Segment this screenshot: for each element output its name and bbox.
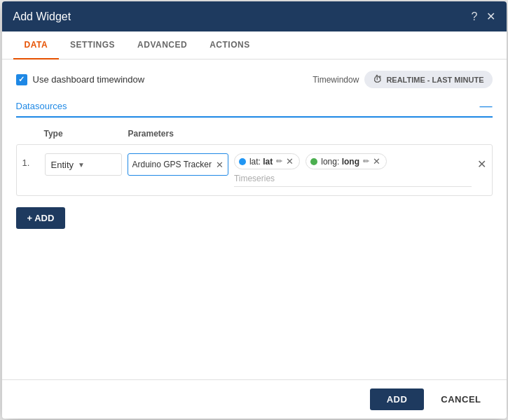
header-actions: ? ✕ <box>472 10 495 23</box>
timewindow-label: Timewindow <box>313 75 359 85</box>
dialog-body: Use dashboard timewindow Timewindow ⏱ RE… <box>2 59 507 379</box>
entity-chip-close-icon[interactable]: ✕ <box>216 160 224 170</box>
tag-long-label: long: long <box>321 157 359 167</box>
tab-settings[interactable]: SETTINGS <box>59 31 126 59</box>
tag-lat-remove-icon[interactable]: ✕ <box>286 156 294 167</box>
tag-lat: lat: lat ✏ ✕ <box>234 153 300 169</box>
add-widget-button[interactable]: ADD <box>370 388 425 410</box>
timewindow-badge[interactable]: ⏱ REALTIME - LAST MINUTE <box>364 71 492 88</box>
close-icon[interactable]: ✕ <box>486 10 495 23</box>
table-header: Type Parameters <box>16 126 493 144</box>
tags-row: lat: lat ✏ ✕ long: long ✏ ✕ <box>234 153 472 169</box>
entity-value-text: Arduino GPS Tracker <box>132 160 212 169</box>
datasources-section: Datasources — Type Parameters 1. Entity … <box>16 99 493 196</box>
row-number: 1. <box>22 153 39 168</box>
tag-dot-long <box>310 158 317 165</box>
dialog-header: Add Widget ? ✕ <box>2 1 507 31</box>
tab-advanced[interactable]: ADVANCED <box>126 31 198 59</box>
entity-value-chip[interactable]: Arduino GPS Tracker ✕ <box>128 153 228 176</box>
add-datasource-button[interactable]: + ADD <box>16 207 66 229</box>
row-delete-icon[interactable]: ✕ <box>477 153 486 171</box>
table-row: 1. Entity ▼ Arduino GPS Tracker ✕ <box>22 153 486 187</box>
timewindow-control: Timewindow ⏱ REALTIME - LAST MINUTE <box>313 71 492 88</box>
tag-lat-label: lat: lat <box>249 157 273 167</box>
col-params-header: Parameters <box>128 129 487 139</box>
datasources-collapse-icon[interactable]: — <box>480 99 493 112</box>
add-datasource-button-label: + ADD <box>27 213 55 223</box>
use-dashboard-timewindow-label[interactable]: Use dashboard timewindow <box>16 74 145 85</box>
entity-type-value: Entity <box>51 160 74 170</box>
cancel-button[interactable]: CANCEL <box>430 388 492 410</box>
datasources-label: Datasources <box>16 101 67 111</box>
entity-type-select[interactable]: Entity ▼ <box>45 153 122 176</box>
select-arrow-icon: ▼ <box>78 161 85 169</box>
tab-data[interactable]: DATA <box>13 31 60 59</box>
tab-bar: DATA SETTINGS ADVANCED ACTIONS <box>2 31 507 59</box>
tag-long: long: long ✏ ✕ <box>306 153 387 169</box>
tag-dot-lat <box>239 158 246 165</box>
timewindow-badge-text: REALTIME - LAST MINUTE <box>386 76 483 84</box>
use-dashboard-timewindow-checkbox[interactable] <box>16 74 27 85</box>
tag-long-remove-icon[interactable]: ✕ <box>373 156 380 167</box>
datasource-row-container: 1. Entity ▼ Arduino GPS Tracker ✕ <box>16 144 493 196</box>
add-widget-dialog: Add Widget ? ✕ DATA SETTINGS ADVANCED AC… <box>2 1 507 419</box>
timewindow-row: Use dashboard timewindow Timewindow ⏱ RE… <box>16 71 493 88</box>
tag-lat-edit-icon[interactable]: ✏ <box>276 157 282 166</box>
clock-icon: ⏱ <box>373 74 382 85</box>
datasources-header: Datasources — <box>16 99 493 118</box>
params-right: lat: lat ✏ ✕ long: long ✏ ✕ <box>234 153 472 187</box>
timewindow-checkbox-text: Use dashboard timewindow <box>33 74 145 85</box>
timeseries-placeholder: Timeseries <box>234 174 472 187</box>
help-icon[interactable]: ? <box>472 10 478 23</box>
col-type-header: Type <box>44 129 128 139</box>
tab-actions[interactable]: ACTIONS <box>198 31 261 59</box>
dialog-title: Add Widget <box>13 10 71 23</box>
tag-long-edit-icon[interactable]: ✏ <box>363 157 369 166</box>
dialog-footer: ADD CANCEL <box>2 379 507 419</box>
